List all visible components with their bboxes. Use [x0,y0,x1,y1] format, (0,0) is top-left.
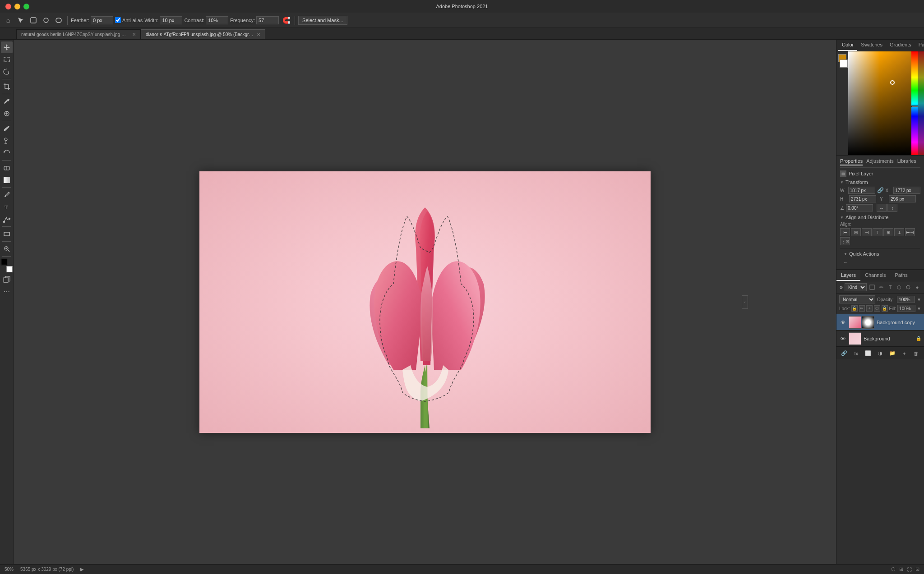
canvas-image[interactable] [199,171,651,433]
document-tab-1[interactable]: natural-goods-berlin-L6NP4ZCnpSY-unsplas… [16,29,141,39]
layer-filter-icon4[interactable]: ⬡ [896,284,903,291]
align-center-h-button[interactable]: ⊟ [851,228,861,236]
anti-alias-checkbox[interactable] [115,17,121,23]
link-layers-icon[interactable]: 🔗 [840,349,849,358]
history-brush-tool[interactable] [1,147,13,159]
layer-item-background-copy[interactable]: 👁 Background copy [836,314,924,331]
fullscreen-icon[interactable]: ⛶ [907,567,912,572]
tool-select2-icon[interactable] [28,15,39,26]
layer-1-visibility-toggle[interactable]: 👁 [839,319,846,326]
tool-select-icon[interactable] [15,15,26,26]
tab-patterns[interactable]: Patterns [915,40,924,51]
layer-filter-toggle[interactable]: ● [914,284,921,291]
x-field[interactable] [893,187,920,194]
path-select-tool[interactable] [1,213,13,225]
tab-properties[interactable]: Properties [840,158,863,165]
align-bottom-button[interactable]: ⊥ [894,228,904,236]
layer-item-background[interactable]: 👁 Background 🔒 [836,331,924,347]
tab-channels[interactable]: Channels [860,270,890,281]
status-arrow[interactable]: ▶ [80,567,84,572]
tab-libraries[interactable]: Libraries [897,158,916,165]
blend-mode-select[interactable]: Normal [839,295,875,303]
fill-arrow[interactable]: ▼ [917,306,921,311]
layer-filter-icon5[interactable] [905,284,912,291]
tab-color[interactable]: Color [838,40,857,51]
magnet-icon[interactable]: 🧲 [281,15,291,26]
layer-filter-icon1[interactable] [869,284,876,291]
type-tool[interactable]: T [1,201,13,213]
tool-lasso-icon[interactable] [53,15,64,26]
layer-filter-icon2[interactable]: ✏ [878,284,885,291]
lock-all-icon[interactable]: 🔒 [851,305,858,312]
feather-input[interactable] [91,16,113,24]
extras-tool[interactable]: ⋯ [1,286,13,298]
move-tool[interactable] [1,41,13,53]
home-icon[interactable]: ⌂ [3,15,14,26]
extra-icon[interactable]: ⊡ [915,566,919,572]
delete-layer-icon[interactable]: 🗑 [912,349,921,358]
minimize-button[interactable] [14,4,20,9]
rectangle-shape-tool[interactable] [1,228,13,240]
pen-tool[interactable] [1,189,13,201]
new-fill-layer-icon[interactable]: ◑ [876,349,885,358]
eyedropper-tool[interactable] [1,96,13,107]
healing-brush-tool[interactable] [1,108,13,119]
transform-header[interactable]: ▼ Transform [840,179,920,185]
lock-artboard-icon[interactable]: ⬡ [874,305,880,312]
brush-tool[interactable] [1,123,13,134]
lock-draw-icon[interactable]: ✏ [859,305,865,312]
kind-select[interactable]: Kind [845,283,867,291]
new-layer-icon[interactable]: + [900,349,909,358]
opacity-input[interactable] [897,296,915,303]
hue-slider[interactable] [911,51,918,155]
distribute-left-button[interactable]: ⊢⊣ [905,228,915,236]
tab-1-close[interactable]: ✕ [132,32,136,37]
color-gradient[interactable] [848,51,911,155]
tab-gradients[interactable]: Gradients [886,40,915,51]
layer-mask-icon[interactable]: ⬜ [864,349,873,358]
tab-2-close[interactable]: ✕ [257,32,260,37]
align-top-button[interactable]: ⊤ [873,228,882,236]
height-field[interactable] [849,195,876,202]
arrange-icon[interactable]: ⬡ [891,566,896,572]
gradient-tool[interactable] [1,174,13,186]
lasso-tool[interactable] [1,66,13,78]
crop-tool[interactable] [1,81,13,92]
3d-tool[interactable] [1,274,13,285]
fill-input[interactable] [897,305,915,312]
close-button[interactable] [5,4,11,9]
tab-adjustments[interactable]: Adjustments [866,158,894,165]
distribute-center-h-button[interactable]: ⋮⊡ [840,237,850,245]
link-icon[interactable]: 🔗 [877,187,884,193]
zoom-fit-icon[interactable]: ⊞ [899,566,903,572]
maximize-button[interactable] [23,4,29,9]
select-mask-button[interactable]: Select and Mask... [298,16,347,25]
align-right-button[interactable]: ⊣ [862,228,872,236]
align-header[interactable]: ▼ Align and Distribute [840,215,920,220]
opacity-arrow[interactable]: ▼ [917,297,921,302]
new-group-icon[interactable]: 📁 [888,349,897,358]
layer-style-icon[interactable]: fx [852,349,861,358]
quick-actions-header[interactable]: ▼ Quick Actions [844,251,917,257]
color-swatches[interactable] [1,259,13,272]
align-center-v-button[interactable]: ⊞ [883,228,893,236]
tab-layers[interactable]: Layers [836,270,860,281]
eraser-tool[interactable] [1,162,13,174]
zoom-tool[interactable] [1,243,13,255]
qa-more[interactable]: ... [844,259,847,264]
lock-move-icon[interactable]: + [866,305,873,312]
align-left-button[interactable]: ⊢ [840,228,850,236]
width-input[interactable] [160,16,182,24]
tab-swatches[interactable]: Swatches [857,40,886,51]
flip-h-button[interactable]: ↔ [877,204,887,212]
background-color[interactable] [840,60,848,68]
lock-all2-icon[interactable]: 🔒 [882,305,888,312]
clone-stamp-tool[interactable] [1,135,13,147]
rectangular-select-tool[interactable] [1,54,13,65]
flip-v-button[interactable]: ↕ [887,204,897,212]
contrast-input[interactable] [206,16,228,24]
layer-filter-icon3[interactable]: T [887,284,894,291]
document-tab-2[interactable]: dianor-s-ATgfRqpFFfI-unsplash.jpg @ 50% … [141,29,265,39]
tab-paths[interactable]: Paths [891,270,912,281]
angle-field[interactable] [846,204,873,211]
